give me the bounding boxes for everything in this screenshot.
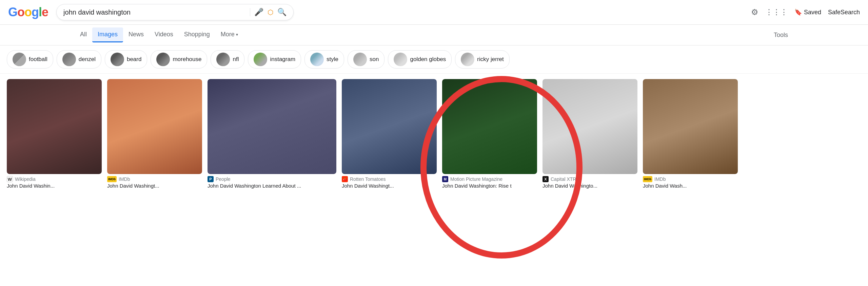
search-divider	[250, 8, 250, 16]
source-name-capital-xtra: Capital XTRA	[551, 176, 579, 182]
chip-label-morehouse: morehouse	[173, 56, 201, 63]
source-name-imdb-2: IMDb	[654, 176, 666, 182]
chip-instagram[interactable]: instagram	[248, 50, 301, 69]
chip-label-son: son	[370, 56, 379, 63]
saved-label: Saved	[804, 9, 821, 16]
apps-icon: ⋮⋮⋮	[765, 8, 788, 17]
chip-nfl[interactable]: nfl	[211, 50, 244, 69]
chip-beard[interactable]: beard	[105, 50, 147, 69]
result-card-rotten-tomatoes[interactable]: 🍅 Rotten Tomatoes John David Washingt...	[342, 79, 437, 189]
chip-son[interactable]: son	[348, 50, 384, 69]
result-img-capital-xtra	[542, 79, 637, 174]
safesearch-label[interactable]: SafeSearch	[828, 9, 860, 16]
result-card-wikipedia[interactable]: W Wikipedia John David Washin...	[7, 79, 102, 189]
settings-button[interactable]: ⚙	[751, 7, 758, 17]
nav-all[interactable]: All	[75, 27, 92, 42]
search-input[interactable]	[63, 8, 246, 16]
rottentomatoes-favicon: 🍅	[342, 176, 348, 182]
chevron-down-icon: ▾	[236, 32, 238, 37]
chip-thumb-morehouse	[156, 53, 170, 66]
lens-button[interactable]: ⬡	[268, 8, 273, 16]
nav-videos[interactable]: Videos	[149, 27, 179, 42]
imdb-favicon-2: IMDb	[643, 176, 652, 182]
result-source-rotten-tomatoes: 🍅 Rotten Tomatoes	[342, 176, 437, 182]
microphone-icon: 🎤	[254, 8, 263, 17]
result-source-motion-picture: M Motion Picture Magazine	[442, 176, 537, 182]
result-img-people	[208, 79, 336, 174]
source-name-imdb-1: IMDb	[119, 176, 130, 182]
result-card-motion-picture[interactable]: M Motion Picture Magazine John David Was…	[442, 79, 537, 189]
chip-label-style: style	[327, 56, 338, 63]
microphone-button[interactable]: 🎤	[254, 8, 263, 17]
result-img-wikipedia	[7, 79, 102, 174]
tools-button[interactable]: Tools	[768, 28, 793, 42]
result-title-wikipedia: John David Washin...	[7, 183, 102, 189]
result-source-imdb-2: IMDb IMDb	[643, 176, 738, 182]
nav-news[interactable]: News	[123, 27, 149, 42]
result-img-rotten-tomatoes	[342, 79, 437, 174]
nav-shopping[interactable]: Shopping	[179, 27, 215, 42]
header: Google 🎤 ⬡ 🔍 ⚙ ⋮⋮⋮ 🔖 Saved SafeSear	[0, 0, 868, 25]
chip-thumb-ricky	[461, 53, 474, 66]
source-name-people: People	[216, 176, 231, 182]
nav-bar: All Images News Videos Shopping More ▾ T…	[0, 25, 868, 45]
search-icon: 🔍	[277, 8, 287, 17]
chip-golden-globes[interactable]: golden globes	[388, 50, 452, 69]
imdb-favicon-1: IMDb	[107, 176, 117, 182]
chip-label-ricky-jerret: ricky jerret	[477, 56, 504, 63]
nav-images[interactable]: Images	[92, 27, 123, 42]
result-source-wikipedia: W Wikipedia	[7, 176, 102, 182]
gear-icon: ⚙	[751, 7, 758, 17]
people-favicon: P	[208, 176, 214, 182]
search-submit-button[interactable]: 🔍	[277, 8, 287, 17]
chip-label-football: football	[29, 56, 47, 63]
saved-button[interactable]: 🔖 Saved	[794, 8, 821, 16]
chip-thumb-son	[353, 53, 367, 66]
source-name-wikipedia: Wikipedia	[15, 176, 36, 182]
chip-label-denzel: denzel	[79, 56, 96, 63]
chip-football[interactable]: football	[7, 50, 53, 69]
chip-thumb-football	[13, 53, 26, 66]
result-source-imdb-1: IMDb IMDb	[107, 176, 202, 182]
chip-thumb-style	[310, 53, 324, 66]
source-name-rotten-tomatoes: Rotten Tomatoes	[350, 176, 386, 182]
chip-thumb-instagram	[254, 53, 267, 66]
search-bar-wrapper: 🎤 ⬡ 🔍	[56, 4, 294, 20]
result-title-imdb-2: John David Wash...	[643, 183, 738, 189]
chip-label-nfl: nfl	[233, 56, 239, 63]
result-card-people[interactable]: P People John David Washington Learned A…	[208, 79, 336, 189]
result-source-capital-xtra: X Capital XTRA	[542, 176, 637, 182]
chip-thumb-denzel	[62, 53, 76, 66]
result-img-imdb-2	[643, 79, 738, 174]
lens-icon: ⬡	[268, 8, 273, 16]
chip-label-beard: beard	[127, 56, 141, 63]
chip-label-instagram: instagram	[270, 56, 295, 63]
result-title-people: John David Washington Learned About ...	[208, 183, 336, 189]
bookmark-icon: 🔖	[794, 8, 802, 16]
chip-label-golden-globes: golden globes	[410, 56, 446, 63]
chip-ricky-jerret[interactable]: ricky jerret	[455, 50, 509, 69]
filter-chips-row: football denzel beard morehouse nfl inst…	[0, 45, 868, 74]
google-logo: Google	[8, 5, 48, 19]
chip-thumb-golden	[394, 53, 407, 66]
result-card-capital-xtra[interactable]: X Capital XTRA John David Washingto...	[542, 79, 637, 189]
chip-morehouse[interactable]: morehouse	[151, 50, 207, 69]
results-area: W Wikipedia John David Washin... IMDb IM…	[0, 74, 868, 194]
capitalxtra-favicon: X	[542, 176, 549, 182]
chip-thumb-beard	[111, 53, 124, 66]
result-title-motion-picture: John David Washington: Rise t	[442, 183, 537, 189]
search-bar: 🎤 ⬡ 🔍	[56, 4, 294, 20]
result-card-imdb-1[interactable]: IMDb IMDb John David Washingt...	[107, 79, 202, 189]
chip-denzel[interactable]: denzel	[57, 50, 101, 69]
nav-more[interactable]: More ▾	[215, 27, 243, 42]
result-source-people: P People	[208, 176, 336, 182]
wikipedia-favicon: W	[7, 176, 13, 182]
apps-button[interactable]: ⋮⋮⋮	[765, 8, 788, 17]
result-title-rotten-tomatoes: John David Washingt...	[342, 183, 437, 189]
chip-thumb-nfl	[216, 53, 230, 66]
chip-style[interactable]: style	[304, 50, 344, 69]
result-img-imdb-1	[107, 79, 202, 174]
source-name-motion-picture: Motion Picture Magazine	[450, 176, 502, 182]
result-card-imdb-2[interactable]: IMDb IMDb John David Wash...	[643, 79, 738, 189]
header-right: ⚙ ⋮⋮⋮ 🔖 Saved SafeSearch	[751, 7, 860, 17]
